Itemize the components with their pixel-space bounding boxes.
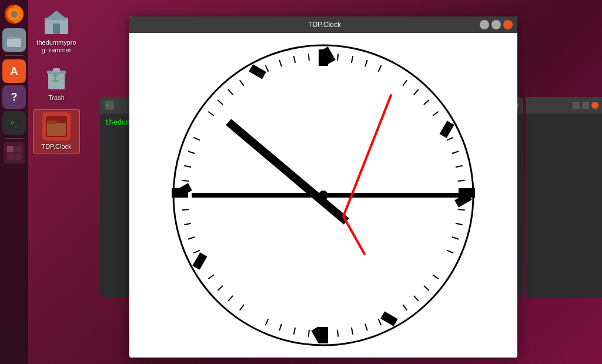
dock-icon-workspace[interactable] <box>4 142 25 163</box>
swr-maximize[interactable] <box>582 102 589 109</box>
swr-minimize[interactable] <box>573 102 580 109</box>
dock: A ? >_ <box>0 0 28 364</box>
svg-line-66 <box>309 330 309 337</box>
svg-text:?: ? <box>11 91 18 103</box>
svg-text:>_: >_ <box>106 103 112 108</box>
dock-icon-files[interactable] <box>2 28 26 52</box>
dock-icon-software[interactable]: A <box>2 59 26 83</box>
dock-icon-help[interactable]: ? <box>2 85 26 109</box>
dock-icon-terminal[interactable]: >_ <box>2 111 26 135</box>
swr-close[interactable] <box>591 102 598 109</box>
small-window-right-titlebar <box>526 97 602 113</box>
dock-divider-2 <box>5 138 24 139</box>
svg-line-53 <box>458 181 465 181</box>
svg-rect-21 <box>53 68 60 72</box>
desktop-icon-trash[interactable]: Trash <box>33 61 80 104</box>
dock-divider-1 <box>5 55 24 56</box>
tdpclock-icon-img <box>42 112 71 141</box>
desktop: A ? >_ <box>0 0 602 364</box>
dock-icon-firefox[interactable] <box>2 2 26 26</box>
svg-rect-39 <box>172 188 188 198</box>
svg-rect-12 <box>7 146 14 152</box>
svg-rect-18 <box>53 24 60 34</box>
svg-text:A: A <box>11 65 18 77</box>
clock-window-title: TDP.Clock <box>169 21 480 29</box>
maximize-button[interactable]: □ <box>491 20 501 29</box>
svg-marker-17 <box>45 11 68 20</box>
terminal-bg-icon: >_ <box>105 101 114 110</box>
small-window-right <box>526 97 602 297</box>
svg-rect-24 <box>47 121 56 124</box>
home-icon-label: thedummyprog- rammer <box>35 39 78 54</box>
minimize-button[interactable]: – <box>480 20 489 29</box>
desktop-icon-tdpclock[interactable]: TDP.Clock <box>33 109 80 153</box>
svg-line-42 <box>337 54 338 61</box>
clock-svg-container <box>129 33 517 358</box>
svg-rect-15 <box>15 153 21 160</box>
svg-line-78 <box>182 181 189 181</box>
desktop-icons-area: thedummyprog- rammer Trash <box>33 6 80 153</box>
close-button[interactable]: × <box>503 20 513 29</box>
clock-content <box>129 33 517 358</box>
tdpclock-icon-label: TDP.Clock <box>41 143 71 151</box>
svg-rect-23 <box>47 123 66 136</box>
svg-point-2 <box>11 11 18 18</box>
svg-text:>_: >_ <box>11 119 18 126</box>
clock-window: TDP.Clock – □ × <box>129 16 517 358</box>
svg-rect-33 <box>459 188 475 198</box>
svg-rect-13 <box>15 146 21 152</box>
clock-svg <box>159 36 488 354</box>
svg-rect-36 <box>319 327 328 343</box>
clock-center-dot <box>319 191 328 200</box>
svg-line-54 <box>458 209 465 210</box>
desktop-icon-home[interactable]: thedummyprog- rammer <box>33 6 80 56</box>
titlebar-controls: – □ × <box>480 20 513 29</box>
clock-titlebar: TDP.Clock – □ × <box>129 16 517 33</box>
svg-line-77 <box>182 209 189 210</box>
svg-line-65 <box>337 330 338 337</box>
trash-icon-label: Trash <box>48 94 65 102</box>
svg-line-89 <box>309 54 309 61</box>
svg-rect-14 <box>7 153 14 160</box>
